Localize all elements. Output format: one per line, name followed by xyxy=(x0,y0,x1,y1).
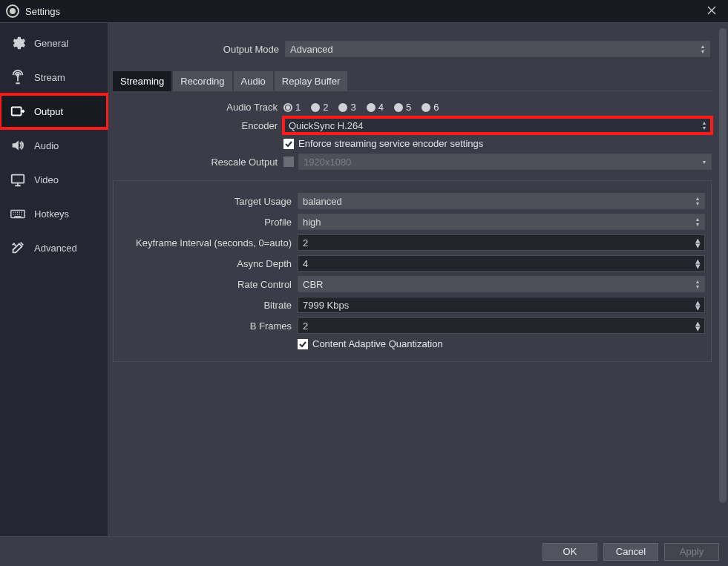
sidebar-item-label: Stream xyxy=(34,72,65,83)
scrollbar[interactable] xyxy=(719,28,727,503)
chevron-updown-icon: ▴▾ xyxy=(699,118,709,133)
spin-buttons[interactable]: ▴▾ xyxy=(692,235,703,250)
rescale-label: Rescale Output xyxy=(113,157,283,168)
encoder-settings-panel: Target Usage balanced▴▾ Profile high▴▾ K… xyxy=(113,180,712,362)
svg-rect-1 xyxy=(12,108,22,116)
chevron-updown-icon: ▴▾ xyxy=(692,214,703,229)
cancel-button[interactable]: Cancel xyxy=(603,543,658,561)
output-icon xyxy=(9,103,27,119)
ok-button[interactable]: OK xyxy=(542,543,597,561)
chevron-updown-icon: ▴▾ xyxy=(692,277,703,292)
tab-recording[interactable]: Recording xyxy=(173,71,232,91)
audio-track-1[interactable]: 1 xyxy=(283,102,301,113)
bitrate-label: Bitrate xyxy=(119,300,298,311)
svg-rect-2 xyxy=(12,175,24,183)
sidebar-item-label: Advanced xyxy=(34,243,77,254)
tools-icon xyxy=(9,240,27,256)
gear-icon xyxy=(9,35,27,51)
keyboard-icon xyxy=(9,205,27,222)
spin-buttons[interactable]: ▴▾ xyxy=(692,297,703,312)
caq-label: Content Adaptive Quantization xyxy=(312,338,443,349)
main-panel: Output Mode Advanced ▴▾ Streaming Record… xyxy=(108,23,728,536)
keyframe-spin[interactable]: 2▴▾ xyxy=(298,234,705,251)
keyframe-label: Keyframe Interval (seconds, 0=auto) xyxy=(119,237,298,249)
audio-track-3[interactable]: 3 xyxy=(338,102,355,113)
output-mode-value: Advanced xyxy=(290,44,333,55)
sidebar-item-audio[interactable]: Audio xyxy=(0,128,108,162)
chevron-down-icon: ▾ xyxy=(699,154,709,169)
sidebar-item-label: Audio xyxy=(34,140,59,151)
video-icon xyxy=(9,171,27,188)
rescale-value: 1920x1080 xyxy=(304,157,351,168)
audio-track-6[interactable]: 6 xyxy=(422,102,439,113)
sidebar-item-video[interactable]: Video xyxy=(0,162,108,197)
output-mode-select[interactable]: Advanced ▴▾ xyxy=(285,41,710,57)
chevron-updown-icon: ▴▾ xyxy=(692,194,703,208)
app-icon xyxy=(6,4,19,18)
target-usage-select[interactable]: balanced▴▾ xyxy=(298,193,705,209)
rescale-checkbox[interactable] xyxy=(283,157,294,167)
tab-audio[interactable]: Audio xyxy=(234,71,273,91)
output-mode-label: Output Mode xyxy=(114,44,285,55)
rate-control-select[interactable]: CBR▴▾ xyxy=(298,276,705,292)
sidebar-item-label: General xyxy=(34,38,68,49)
sidebar-item-general[interactable]: General xyxy=(0,26,108,60)
audio-track-4[interactable]: 4 xyxy=(367,102,384,113)
audio-track-label: Audio Track xyxy=(113,102,283,113)
profile-label: Profile xyxy=(119,217,298,228)
dialog-footer: OK Cancel Apply xyxy=(0,536,728,566)
sidebar-item-advanced[interactable]: Advanced xyxy=(0,231,108,265)
close-icon xyxy=(707,6,716,15)
encoder-label: Encoder xyxy=(113,120,283,131)
sidebar-item-label: Hotkeys xyxy=(34,208,69,220)
close-button[interactable] xyxy=(701,6,722,17)
bframes-label: B Frames xyxy=(119,320,298,332)
sidebar-item-hotkeys[interactable]: Hotkeys xyxy=(0,197,108,231)
profile-select[interactable]: high▴▾ xyxy=(298,214,705,230)
sidebar-item-label: Output xyxy=(34,106,63,117)
audio-track-2[interactable]: 2 xyxy=(311,102,328,113)
sidebar-item-output[interactable]: Output xyxy=(0,94,108,128)
bitrate-spin[interactable]: 7999 Kbps▴▾ xyxy=(298,297,705,313)
tab-replay-buffer[interactable]: Replay Buffer xyxy=(275,71,348,91)
async-depth-label: Async Depth xyxy=(119,258,298,269)
sidebar-item-stream[interactable]: Stream xyxy=(0,60,108,94)
apply-button[interactable]: Apply xyxy=(664,543,719,561)
chevron-updown-icon: ▴▾ xyxy=(698,42,708,56)
titlebar: Settings xyxy=(0,0,728,22)
async-depth-spin[interactable]: 4▴▾ xyxy=(298,255,705,272)
encoder-select[interactable]: QuickSync H.264 ▴▾ xyxy=(283,117,712,134)
audio-track-5[interactable]: 5 xyxy=(394,102,411,113)
spin-buttons[interactable]: ▴▾ xyxy=(692,256,703,271)
caq-checkbox[interactable] xyxy=(298,339,308,349)
sidebar-item-label: Video xyxy=(34,174,59,185)
window-title: Settings xyxy=(25,6,695,17)
bframes-spin[interactable]: 2▴▾ xyxy=(298,317,705,334)
enforce-checkbox[interactable] xyxy=(283,139,294,149)
output-tabs: Streaming Recording Audio Replay Buffer xyxy=(113,70,712,91)
encoder-value: QuickSync H.264 xyxy=(289,120,363,131)
tab-streaming[interactable]: Streaming xyxy=(113,71,171,91)
audio-icon xyxy=(9,137,27,154)
spin-buttons[interactable]: ▴▾ xyxy=(692,318,703,333)
sidebar: General Stream Output Audio xyxy=(0,23,108,536)
rate-control-label: Rate Control xyxy=(119,279,298,290)
antenna-icon xyxy=(9,69,27,85)
enforce-label: Enforce streaming service encoder settin… xyxy=(298,138,483,149)
rescale-select[interactable]: 1920x1080 ▾ xyxy=(298,154,712,170)
target-usage-label: Target Usage xyxy=(119,196,298,207)
